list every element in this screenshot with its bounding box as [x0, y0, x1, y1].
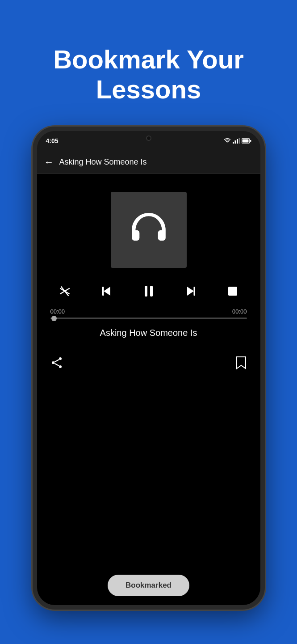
playback-controls: [46, 281, 251, 301]
back-button[interactable]: ←: [44, 157, 54, 168]
shuffle-button[interactable]: [55, 281, 75, 301]
svg-point-17: [59, 357, 62, 360]
bookmarked-button[interactable]: Bookmarked: [108, 575, 189, 596]
svg-rect-13: [150, 286, 153, 297]
action-row: [46, 356, 251, 369]
svg-rect-12: [145, 286, 147, 297]
svg-rect-0: [233, 142, 234, 144]
signal-icon: [233, 138, 240, 144]
bookmarked-btn-container: Bookmarked: [46, 575, 251, 596]
svg-line-9: [61, 287, 68, 296]
status-time: 4:05: [46, 137, 59, 144]
player-screen: 00:00 00:00 Asking How Someone Is: [37, 174, 260, 605]
phone-mockup: 4:05: [33, 127, 265, 610]
time-row: 00:00 00:00: [46, 308, 251, 315]
progress-track[interactable]: [50, 318, 247, 319]
svg-marker-15: [187, 287, 194, 296]
svg-rect-10: [102, 287, 104, 296]
share-button[interactable]: [50, 356, 63, 369]
svg-point-19: [59, 365, 62, 368]
top-app-bar: ← Asking How Someone Is: [37, 151, 260, 174]
pause-button[interactable]: [139, 281, 159, 301]
time-current: 00:00: [50, 308, 65, 315]
status-bar: 4:05: [37, 131, 260, 151]
svg-point-18: [52, 361, 54, 364]
album-artwork: [111, 192, 187, 268]
svg-rect-16: [228, 287, 237, 296]
svg-line-21: [54, 364, 59, 366]
svg-rect-14: [193, 287, 195, 296]
svg-rect-1: [234, 140, 236, 144]
hero-title-line1: Bookmark Your: [53, 45, 244, 74]
prev-button[interactable]: [97, 281, 117, 301]
headphone-icon: [129, 209, 169, 251]
top-bar-title: Asking How Someone Is: [59, 157, 147, 167]
svg-rect-3: [238, 138, 240, 144]
hero-title-line2: Lessons: [96, 75, 201, 104]
bookmark-button[interactable]: [235, 356, 247, 369]
progress-thumb[interactable]: [51, 316, 57, 321]
svg-rect-5: [242, 140, 248, 143]
svg-rect-6: [250, 140, 251, 142]
status-icons: [224, 138, 251, 144]
track-title: Asking How Someone Is: [100, 328, 197, 338]
svg-marker-11: [104, 287, 110, 296]
svg-rect-2: [237, 139, 238, 144]
battery-icon: [242, 138, 251, 144]
next-button[interactable]: [181, 281, 201, 301]
camera-dot: [146, 136, 151, 141]
wifi-icon: [224, 138, 231, 144]
time-total: 00:00: [232, 308, 247, 315]
hero-title: Bookmark Your Lessons: [35, 45, 262, 104]
progress-bar-container[interactable]: [46, 318, 251, 319]
svg-line-20: [54, 360, 59, 362]
stop-button[interactable]: [223, 281, 243, 301]
